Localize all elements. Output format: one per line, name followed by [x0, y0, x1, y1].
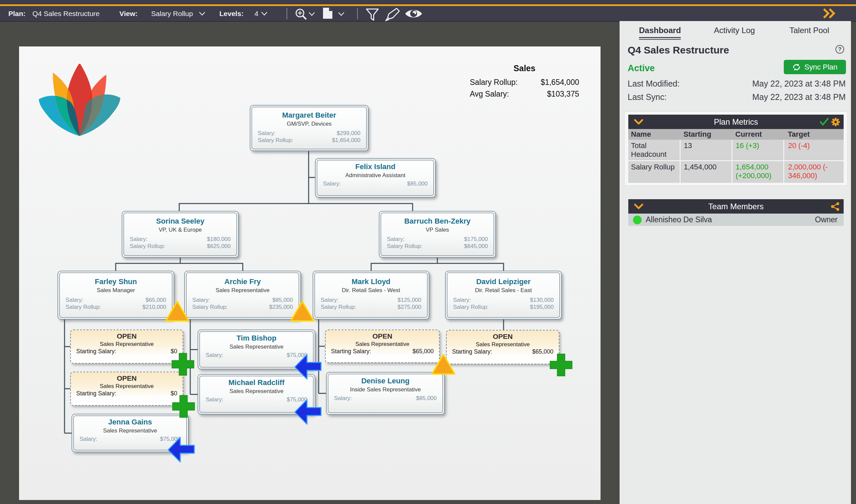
- svg-text:?: ?: [838, 46, 841, 53]
